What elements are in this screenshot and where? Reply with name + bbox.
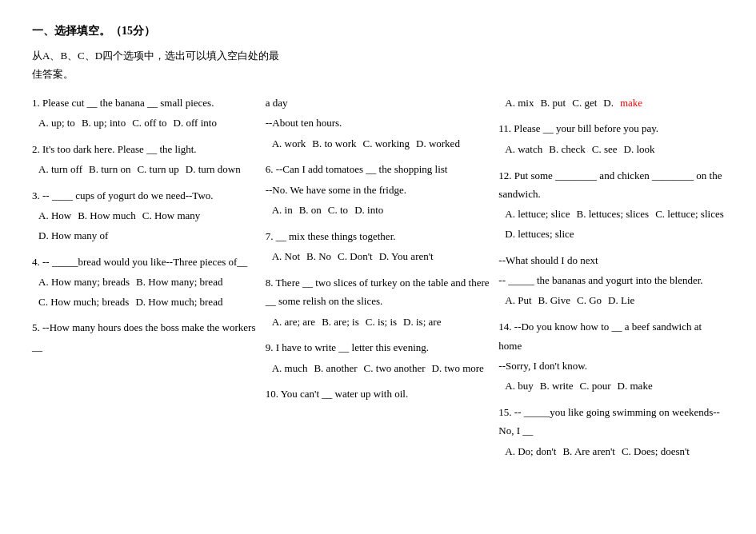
section-title: 一、选择填空。（15分） [32, 24, 724, 38]
q9-opt-a: A. much [272, 359, 308, 379]
q7-opt-c: C. Don't [338, 247, 373, 267]
q2-opt-b: B. turn on [89, 160, 130, 180]
q5-opt-c: C. working [363, 134, 410, 154]
q10-options: A. mix B. put C. get D. make [498, 94, 724, 114]
columns-container: 1. Please cut __ the banana __ small pie… [32, 94, 724, 468]
q5-opt-d: D. worked [416, 134, 460, 154]
q4-text: 4. -- _____bread would you like--Three p… [32, 253, 258, 271]
q11-options: A. watch B. check C. see D. look [498, 140, 724, 160]
q14-opt-a: A. buy [505, 377, 533, 397]
q1-text: 1. Please cut __ the banana __ small pie… [32, 94, 258, 112]
q13-opt-c: C. Go [577, 291, 602, 311]
q11-opt-a: A. watch [505, 140, 542, 160]
q5-options: A. work B. to work C. working D. worked [266, 134, 491, 154]
question-2: 2. It's too dark here. Please __ the lig… [32, 140, 258, 180]
q2-opt-d: D. turn down [186, 160, 241, 180]
q13-options: A. Put B. Give C. Go D. Lie [498, 291, 724, 311]
q10-opt-a: A. mix [505, 94, 534, 114]
q15-opt-c: C. Does; doesn't [622, 442, 690, 462]
q10-opt-d-make: make [620, 94, 642, 114]
q4-opt-d: D. How much; bread [135, 293, 222, 313]
q14-opt-b: B. write [540, 377, 574, 397]
q2-text: 2. It's too dark here. Please __ the lig… [32, 140, 258, 158]
q14-opt-d: D. make [618, 377, 653, 397]
q8-opt-b: B. are; is [322, 313, 359, 333]
question-9: 9. I have to write __ letter this evenin… [266, 338, 491, 378]
q3-opt-c: C. How many [142, 206, 201, 226]
q14-text: 14. --Do you know how to __ a beef sandw… [498, 317, 724, 355]
q3-options: A. How B. How much C. How many D. How ma… [32, 206, 258, 245]
q13-opt-d: D. Lie [608, 291, 634, 311]
question-3: 3. -- ____ cups of yogurt do we need--Tw… [32, 186, 258, 246]
question-4: 4. -- _____bread would you like--Three p… [32, 253, 258, 313]
question-11: 11. Please __ your bill before you pay. … [498, 119, 724, 159]
q8-text: 8. There __ two slices of turkey on the … [266, 273, 491, 311]
q1-opt-a: A. up; to [38, 114, 75, 134]
q7-text: 7. __ mix these things together. [266, 227, 491, 245]
page: 一、选择填空。（15分） 从A、B、C、D四个选项中，选出可以填入空白处的最 佳… [32, 24, 724, 468]
q2-opt-c: C. turn up [137, 160, 178, 180]
q6-reply: --No. We have some in the fridge. [266, 181, 491, 199]
q13-opt-b: B. Give [538, 291, 570, 311]
q8-opt-d: D. is; are [403, 313, 441, 333]
q12-opt-d: D. lettuces; slice [505, 225, 574, 245]
question-15: 15. -- _____you like going swimming on w… [498, 403, 724, 461]
q5-cont: a day [266, 94, 491, 112]
q6-opt-d: D. into [354, 201, 383, 221]
q10-text: 10. You can't __ water up with oil. [266, 385, 491, 403]
q1-opt-d: D. off into [174, 114, 217, 134]
q12-opt-c: C. lettuce; slices [655, 205, 724, 225]
q9-opt-d: D. two more [432, 359, 484, 379]
q4-opt-c: C. How much; breads [38, 293, 129, 313]
q11-opt-d: D. look [624, 140, 655, 160]
q1-options: A. up; to B. up; into C. off to D. off i… [32, 114, 258, 134]
question-7: 7. __ mix these things together. A. Not … [266, 227, 491, 267]
intro-line2: 佳答案。 [32, 68, 74, 80]
intro-line1: 从A、B、C、D四个选项中，选出可以填入空白处的最 [32, 50, 279, 62]
question-5-start: 5. --How many hours does the boss make t… [32, 318, 258, 356]
column-3: A. mix B. put C. get D. make 11. Please … [498, 94, 724, 468]
q10-opt-c: C. get [572, 94, 597, 114]
q1-opt-b: B. up; into [82, 114, 126, 134]
q2-opt-a: A. turn off [38, 160, 82, 180]
question-13: --What should I do next -- _____ the ban… [498, 251, 724, 311]
q12-options: A. lettuce; slice B. lettuces; slices C.… [498, 205, 724, 244]
q3-opt-b: B. How much [78, 206, 136, 226]
q3-text: 3. -- ____ cups of yogurt do we need--Tw… [32, 186, 258, 205]
question-14: 14. --Do you know how to __ a beef sandw… [498, 317, 724, 397]
q8-opt-c: C. is; is [366, 313, 397, 333]
q6-opt-a: A. in [272, 201, 293, 221]
q15-options: A. Do; don't B. Are aren't C. Does; does… [498, 442, 724, 462]
q12-opt-a: A. lettuce; slice [505, 205, 570, 225]
q15-text: 15. -- _____you like going swimming on w… [498, 403, 724, 440]
q9-text: 9. I have to write __ letter this evenin… [266, 338, 491, 357]
q11-opt-c: C. see [592, 140, 618, 160]
q6-opt-b: B. on [299, 201, 322, 221]
q15-opt-b: B. Are aren't [562, 442, 615, 462]
q7-options: A. Not B. No C. Don't D. You aren't [266, 247, 491, 267]
q14-options: A. buy B. write C. pour D. make [498, 377, 724, 397]
q9-opt-c: C. two another [364, 359, 426, 379]
q8-options: A. are; are B. are; is C. is; is D. is; … [266, 313, 491, 333]
question-6: 6. --Can I add tomatoes __ the shopping … [266, 160, 491, 220]
question-12: 12. Put some ________ and chicken ______… [498, 166, 724, 245]
q11-opt-b: B. check [549, 140, 585, 160]
q5-opt-a: A. work [272, 134, 306, 154]
q3-opt-a: A. How [38, 206, 71, 226]
q6-options: A. in B. on C. to D. into [266, 201, 491, 221]
q4-options: A. How many; breads B. How many; bread C… [32, 273, 258, 312]
q5-text: 5. --How many hours does the boss make t… [32, 318, 258, 356]
q6-opt-c: C. to [328, 201, 348, 221]
q14-reply: --Sorry, I don't know. [498, 357, 724, 375]
q2-options: A. turn off B. turn on C. turn up D. tur… [32, 160, 258, 180]
q6-text: 6. --Can I add tomatoes __ the shopping … [266, 160, 491, 178]
q8-opt-a: A. are; are [272, 313, 316, 333]
q5-reply: --About ten hours. [266, 114, 491, 132]
q4-opt-b: B. How many; bread [136, 273, 222, 293]
question-1: 1. Please cut __ the banana __ small pie… [32, 94, 258, 134]
q12-opt-b: B. lettuces; slices [577, 205, 650, 225]
q13-reply: -- _____ the bananas and yogurt into the… [498, 271, 724, 289]
q4-opt-a: A. How many; breads [38, 273, 130, 293]
q10-opt-d: D. [603, 94, 614, 114]
q12-text: 12. Put some ________ and chicken ______… [498, 166, 724, 204]
